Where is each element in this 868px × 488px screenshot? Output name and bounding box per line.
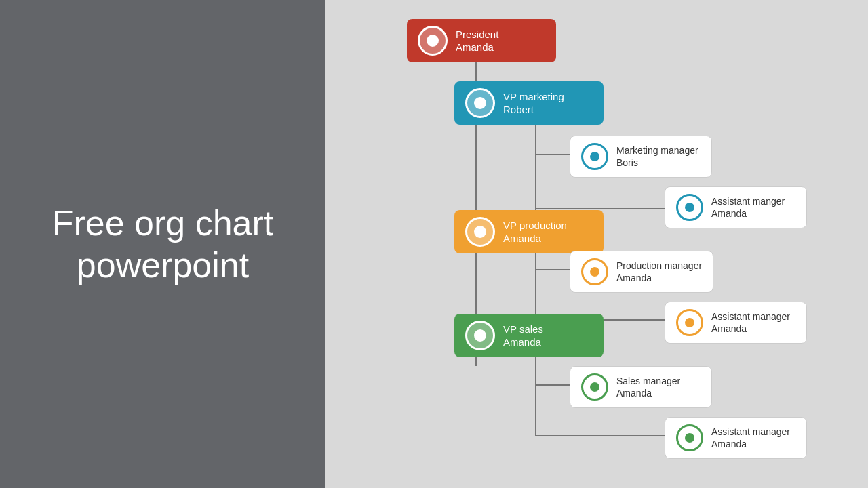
vp-marketing-icon [465,88,495,118]
assistant-manager-blue-icon [676,194,703,221]
president-label: President Amanda [456,28,498,54]
vp-production-icon [465,217,495,247]
sales-manager-icon [581,373,608,401]
vp-production-label: VP production Amanda [503,219,567,245]
vp-marketing-node: VP marketing Robert [454,81,604,125]
marketing-manager-label: Marketing manager Boris [616,144,698,169]
president-node: President Amanda [407,19,556,62]
assistant-manager-green-icon [676,424,703,451]
right-panel: President Amanda VP marketing Robert Mar… [326,0,868,488]
page-title: Free org chart powerpoint [0,175,326,314]
vp-sales-node: VP sales Amanda [454,314,604,357]
assistant-manager-green-label: Assistant manager Amanda [711,426,790,450]
marketing-manager-node: Marketing manager Boris [570,136,712,178]
assistant-manager-orange-icon [676,309,703,336]
assistant-manager-green-node: Assistant manager Amanda [665,417,807,459]
marketing-manager-icon [581,143,608,170]
production-manager-icon [581,258,608,285]
assistant-manager-orange-node: Assistant manager Amanda [665,302,807,344]
production-manager-label: Production manager Amanda [616,260,702,284]
vp-marketing-label: VP marketing Robert [503,90,564,117]
president-icon [418,26,448,56]
vp-sales-label: VP sales Amanda [503,323,543,349]
vp-production-node: VP production Amanda [454,210,604,253]
assistant-manager-blue-label: Assistant manger Amanda [711,195,785,220]
production-manager-node: Production manager Amanda [570,251,713,293]
sales-manager-node: Sales manager Amanda [570,366,712,408]
assistant-manager-blue-node: Assistant manger Amanda [665,186,807,228]
assistant-manager-orange-label: Assistant manager Amanda [711,310,790,335]
left-panel: Free org chart powerpoint [0,0,326,488]
sales-manager-label: Sales manager Amanda [616,375,680,399]
vp-sales-icon [465,321,495,350]
